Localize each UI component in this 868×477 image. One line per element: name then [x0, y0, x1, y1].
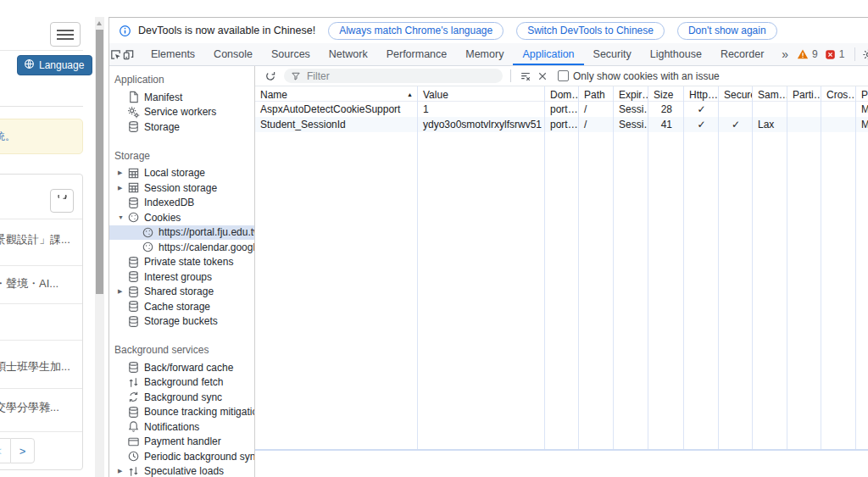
sidebar-item-session-storage[interactable]: ▶Session storage [109, 180, 254, 196]
sidebar-item-https-portal-fju-edu-tw[interactable]: https://portal.fju.edu.tw [109, 225, 254, 241]
inspect-element-icon[interactable] [109, 43, 122, 65]
cookie-row-0[interactable]: AspxAutoDetectCookieSupport1port…/Sessi…… [255, 102, 868, 117]
column-header-size[interactable]: Size [648, 86, 684, 101]
warning-icon[interactable] [797, 48, 809, 60]
sidebar-item-shared-storage[interactable]: ▶Shared storage [109, 285, 254, 300]
tab-security[interactable]: Security [584, 43, 641, 65]
column-separator[interactable] [787, 86, 787, 449]
filter-box[interactable] [284, 69, 503, 83]
column-header-value[interactable]: Value [418, 86, 545, 101]
chevron-right-icon[interactable]: ▶ [118, 288, 127, 295]
sidebar-item-service-workers[interactable]: Service workers [109, 105, 254, 120]
issue-filter-label: Only show cookies with an issue [573, 70, 720, 82]
card-divider [0, 219, 83, 219]
column-header-secure[interactable]: Secure [719, 86, 753, 101]
tab-console[interactable]: Console [204, 43, 262, 65]
sidebar-item-storage[interactable]: Storage [109, 119, 254, 135]
issues-count[interactable]: 1 [839, 48, 845, 60]
announcement-item-1[interactable]: ・聲境・AI... [0, 276, 83, 291]
clear-filter-icon[interactable] [517, 68, 534, 85]
more-tabs-button[interactable]: » [773, 47, 797, 61]
chevron-down-icon[interactable]: ▼ [118, 214, 127, 220]
column-header-path[interactable]: Path [579, 86, 614, 101]
warning-count[interactable]: 9 [812, 48, 818, 60]
info-icon [119, 25, 131, 37]
hamburger-menu-button[interactable] [50, 22, 81, 47]
column-separator[interactable] [648, 86, 648, 449]
column-header-http[interactable]: Http… [684, 86, 719, 101]
column-header-priority[interactable]: Priority [856, 86, 868, 101]
sidebar-item-private-state-tokens[interactable]: Private state tokens [109, 255, 254, 270]
settings-gear-icon[interactable] [862, 48, 868, 61]
column-separator[interactable] [821, 86, 821, 449]
infobar-button-0[interactable]: Always match Chrome's language [328, 22, 504, 40]
column-header-cros[interactable]: Cros… [821, 86, 856, 101]
column-separator[interactable] [578, 86, 579, 449]
tab-sources[interactable]: Sources [262, 43, 320, 65]
infobar-button-1[interactable]: Switch DevTools to Chinese [516, 22, 665, 40]
issues-icon[interactable] [825, 49, 836, 60]
announcement-item-2[interactable]: 碩士班學生加... [0, 359, 83, 374]
column-separator[interactable] [613, 86, 614, 449]
column-header-sam[interactable]: Sam… [753, 86, 787, 101]
column-header-expir[interactable]: Expir… [614, 86, 648, 101]
table-icon [127, 167, 140, 180]
sidebar-item-speculative-loads[interactable]: ▶Speculative loads [109, 464, 254, 477]
sidebar-item-background-fetch[interactable]: Background fetch [109, 375, 254, 391]
device-toolbar-icon[interactable] [122, 43, 135, 65]
sidebar-item-background-sync[interactable]: Background sync [109, 390, 254, 405]
chevron-right-icon[interactable]: ▶ [118, 185, 127, 191]
pagination-next-button[interactable]: > [10, 438, 35, 463]
announcement-item-3[interactable]: 交學分學雜... [0, 400, 83, 415]
column-separator[interactable] [752, 86, 753, 449]
sidebar-item-interest-groups[interactable]: Interest groups [109, 269, 254, 285]
language-button[interactable]: Language [17, 55, 92, 75]
tab-memory[interactable]: Memory [456, 43, 513, 65]
tab-lighthouse[interactable]: Lighthouse [641, 43, 711, 65]
sidebar-item-periodic-background-sync[interactable]: Periodic background sync [109, 449, 254, 464]
column-header-parti[interactable]: Parti… [787, 86, 821, 101]
filter-input[interactable] [305, 69, 478, 83]
pagination-prev-button[interactable]: < [0, 438, 10, 463]
infobar-button-2[interactable]: Don't show again [677, 22, 777, 40]
scrollbar-up-arrow[interactable] [97, 21, 102, 25]
issue-filter-checkbox[interactable] [558, 70, 569, 81]
sidebar-item-storage-buckets[interactable]: Storage buckets [109, 314, 254, 330]
sidebar-item-https-calendar-google-c[interactable]: https://calendar.google.c [109, 240, 254, 255]
scrollbar-thumb[interactable] [96, 30, 103, 294]
close-icon[interactable] [534, 68, 551, 85]
cookie-row-1[interactable]: Student_SessionIdydyo3o0smotvlrxylfsrwv5… [255, 117, 868, 132]
column-header-name[interactable]: Name▲ [255, 86, 418, 101]
column-separator[interactable] [683, 86, 684, 449]
tab-performance[interactable]: Performance [377, 43, 457, 65]
sidebar-item-cookies[interactable]: ▼Cookies [109, 210, 254, 225]
tab-application[interactable]: Application [513, 43, 583, 65]
sync-icon [127, 391, 140, 403]
sidebar-item-manifest[interactable]: Manifest [109, 90, 254, 105]
cell-http: ✓ [684, 117, 719, 132]
column-header-dom[interactable]: Dom… [545, 86, 579, 101]
column-separator[interactable] [544, 86, 545, 449]
sidebar-item-cache-storage[interactable]: Cache storage [109, 299, 254, 314]
chevron-right-icon[interactable]: ▶ [118, 169, 127, 176]
tab-network[interactable]: Network [320, 43, 377, 65]
page-scrollbar[interactable] [95, 17, 104, 477]
cell-cros [821, 102, 856, 117]
page-refresh-button[interactable] [50, 189, 74, 213]
chevron-right-icon[interactable]: ▶ [118, 468, 127, 474]
tab-elements[interactable]: Elements [142, 43, 204, 65]
sidebar-item-payment-handler[interactable]: Payment handler [109, 435, 254, 450]
sidebar-item-bounce-tracking-mitigation[interactable]: Bounce tracking mitigation [109, 405, 254, 420]
sidebar-item-back-forward-cache[interactable]: Back/forward cache [109, 360, 254, 375]
sidebar-item-indexeddb[interactable]: IndexedDB [109, 196, 254, 211]
refresh-icon[interactable] [262, 68, 279, 85]
column-label: Dom… [550, 89, 579, 101]
column-separator[interactable] [855, 86, 856, 449]
cookie-icon [127, 211, 140, 224]
sidebar-item-local-storage[interactable]: ▶Local storage [109, 166, 254, 181]
column-separator[interactable] [718, 86, 719, 449]
column-separator[interactable] [417, 86, 418, 449]
sidebar-item-notifications[interactable]: Notifications [109, 419, 254, 435]
tab-recorder[interactable]: Recorder [711, 43, 773, 65]
announcement-item-0[interactable]: 景觀設計」課... [0, 232, 83, 247]
